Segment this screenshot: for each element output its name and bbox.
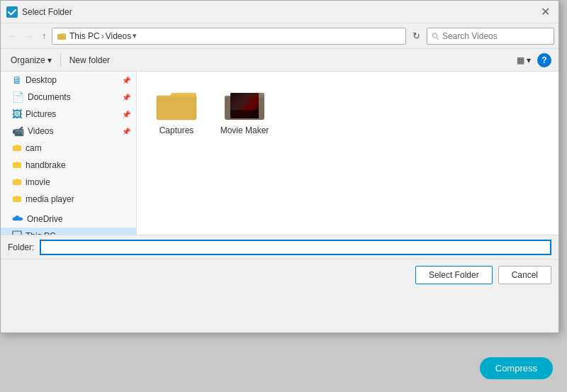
sidebar-item-documents-label: Documents [28, 92, 71, 102]
address-path: This PC › Videos ▾ [52, 28, 406, 45]
sidebar-item-pictures[interactable]: 🖼 Pictures 📌 [1, 106, 136, 123]
videos-icon: 📹 [12, 125, 24, 137]
svg-rect-17 [157, 96, 196, 120]
toolbar: Organize ▾ New folder ▦ ▾ ? [1, 49, 558, 72]
search-box [427, 28, 554, 45]
svg-rect-5 [13, 162, 21, 168]
captures-label: Captures [159, 125, 194, 135]
svg-rect-7 [13, 196, 21, 202]
button-bar: Select Folder Cancel [1, 259, 558, 290]
sidebar: 🖥 Desktop 📌 📄 Documents 📌 🖼 Pictures 📌 📹… [1, 72, 137, 235]
captures-folder-icon [155, 86, 198, 123]
pin-icon: 📌 [122, 111, 130, 118]
toolbar-right: ▦ ▾ ? [513, 53, 551, 67]
sidebar-item-cam[interactable]: cam [1, 140, 136, 157]
sidebar-item-onedrive-label: OneDrive [27, 214, 63, 224]
title-bar-left: Select Folder [6, 6, 72, 18]
movie-maker-folder-icon [223, 86, 266, 123]
desktop-icon: 🖥 [12, 74, 22, 86]
new-folder-button[interactable]: New folder [67, 53, 113, 67]
path-sep-1: › [101, 31, 104, 41]
back-button[interactable]: ← [5, 29, 19, 43]
sidebar-item-cam-label: cam [26, 143, 42, 153]
toolbar-separator [60, 54, 61, 67]
onedrive-icon [12, 213, 23, 225]
pictures-icon: 🖼 [12, 108, 22, 120]
this-pc-icon [12, 230, 22, 235]
sidebar-item-this-pc[interactable]: This PC [1, 228, 136, 235]
sidebar-item-onedrive[interactable]: OneDrive [1, 211, 136, 228]
compress-button[interactable]: Compress [480, 357, 553, 379]
select-folder-dialog: Select Folder ✕ ← → ↑ This PC › Videos ▾… [0, 0, 559, 333]
title-bar: Select Folder ✕ [1, 1, 558, 23]
file-area: Captures Movie Maker [137, 72, 558, 235]
view-icon: ▦ [517, 55, 524, 65]
path-dropdown-button[interactable]: ▾ [131, 30, 138, 42]
svg-rect-1 [57, 34, 66, 40]
view-button[interactable]: ▦ ▾ [513, 53, 534, 67]
sidebar-item-desktop-label: Desktop [26, 75, 57, 85]
movie-maker-label: Movie Maker [220, 125, 269, 135]
dialog-title: Select Folder [22, 7, 72, 17]
search-input[interactable] [442, 31, 549, 41]
close-button[interactable]: ✕ [538, 5, 553, 19]
organize-button[interactable]: Organize ▾ [8, 53, 55, 67]
sidebar-item-imovie-label: imovie [26, 177, 50, 187]
handbrake-folder-icon [12, 159, 22, 171]
select-folder-button[interactable]: Select Folder [415, 266, 493, 284]
organize-dropdown-icon: ▾ [47, 55, 52, 65]
svg-rect-6 [13, 179, 21, 185]
search-icon [432, 32, 439, 40]
folder-input[interactable] [40, 240, 551, 255]
path-folder-icon [57, 31, 67, 41]
main-content: 🖥 Desktop 📌 📄 Documents 📌 🖼 Pictures 📌 📹… [1, 72, 558, 235]
help-button[interactable]: ? [537, 53, 551, 67]
sidebar-item-pictures-label: Pictures [26, 109, 56, 119]
path-this-pc: This PC [69, 31, 100, 41]
sidebar-item-imovie[interactable]: imovie [1, 174, 136, 191]
app-icon [6, 6, 18, 18]
folder-movie-maker[interactable]: Movie Maker [216, 83, 273, 138]
sidebar-item-videos-label: Videos [28, 126, 53, 136]
organize-label: Organize [11, 55, 45, 65]
imovie-folder-icon [12, 177, 22, 188]
cam-folder-icon [12, 142, 22, 154]
view-dropdown-icon: ▾ [527, 55, 531, 65]
sidebar-item-desktop[interactable]: 🖥 Desktop 📌 [1, 72, 136, 89]
svg-line-3 [437, 37, 439, 39]
cancel-button[interactable]: Cancel [498, 266, 551, 284]
refresh-button[interactable]: ↻ [409, 28, 424, 43]
sidebar-item-handbrake-label: handbrake [26, 160, 66, 170]
sidebar-item-videos[interactable]: 📹 Videos 📌 [1, 123, 136, 140]
sidebar-item-media-player[interactable]: media player [1, 191, 136, 208]
pin-icon: 📌 [122, 77, 130, 84]
sidebar-item-documents[interactable]: 📄 Documents 📌 [1, 89, 136, 106]
up-button[interactable]: ↑ [39, 29, 49, 43]
sidebar-item-handbrake[interactable]: handbrake [1, 157, 136, 174]
pin-icon: 📌 [122, 128, 130, 135]
path-videos: Videos [106, 31, 131, 41]
svg-rect-8 [13, 231, 21, 235]
documents-icon: 📄 [12, 91, 24, 103]
pin-icon: 📌 [122, 94, 130, 101]
folder-bar: Folder: [1, 235, 558, 259]
svg-rect-4 [13, 145, 21, 151]
forward-button[interactable]: → [22, 29, 36, 43]
sidebar-item-this-pc-label: This PC [26, 231, 56, 235]
folder-bar-label: Folder: [8, 242, 34, 252]
media-player-folder-icon [12, 194, 22, 205]
address-bar: ← → ↑ This PC › Videos ▾ ↻ [1, 23, 558, 49]
folder-captures[interactable]: Captures [148, 83, 205, 138]
sidebar-item-media-player-label: media player [26, 194, 74, 204]
svg-point-2 [432, 33, 437, 37]
new-folder-label: New folder [69, 55, 110, 65]
